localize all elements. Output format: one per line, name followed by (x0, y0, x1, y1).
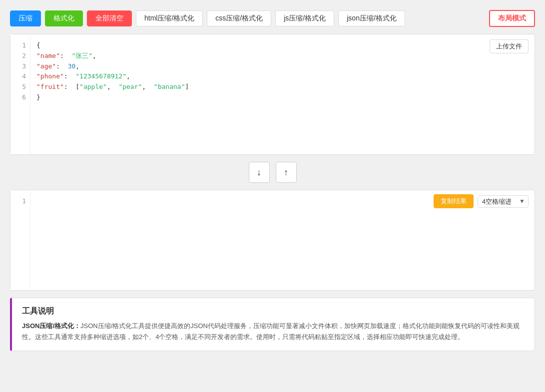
code-key: "name" (36, 52, 60, 59)
line-num: 1 (14, 40, 26, 51)
format-button[interactable]: 格式化 (45, 10, 83, 26)
html-button[interactable]: html压缩/格式化 (136, 10, 203, 26)
compress-button[interactable]: 压缩 (10, 10, 41, 26)
info-body-prefix: JSON压缩/格式化： (22, 322, 80, 330)
line-num: 6 (14, 92, 26, 103)
result-line-numbers: 1 (10, 190, 30, 290)
js-button[interactable]: js压缩/格式化 (275, 10, 334, 26)
arrow-up-button[interactable]: ↑ (276, 162, 297, 183)
code-val: 30 (68, 62, 76, 70)
input-editor-panel: 1 2 3 4 5 6 { "name": "张三", "age": 30, "… (10, 34, 535, 155)
arrow-down-icon: ↓ (257, 167, 261, 178)
line-num: 5 (14, 82, 26, 92)
upload-button[interactable]: 上传文件 (490, 39, 529, 53)
line-numbers: 1 2 3 4 5 6 (10, 34, 30, 154)
info-body: JSON压缩/格式化：JSON压缩/格式化工具提供便捷高效的JSON代码处理服务… (22, 321, 525, 343)
indent-select-wrap: 2空格缩进 4空格缩进 tab缩进 ▼ (478, 195, 529, 208)
result-panel: 复制结果 2空格缩进 4空格缩进 tab缩进 ▼ 1 (10, 190, 535, 291)
editor-inner: 1 2 3 4 5 6 { "name": "张三", "age": 30, "… (10, 34, 535, 154)
layout-button[interactable]: 布局模式 (489, 10, 535, 27)
arrow-section: ↓ ↑ (10, 155, 535, 190)
code-key: "age" (36, 62, 56, 70)
code-key: "fruit" (36, 83, 64, 90)
copy-result-button[interactable]: 复制结果 (434, 194, 474, 208)
main-container: 压缩 格式化 全部清空 html压缩/格式化 css压缩/格式化 js压缩/格式… (10, 10, 535, 351)
css-button[interactable]: css压缩/格式化 (207, 10, 271, 26)
info-section: 工具说明 JSON压缩/格式化：JSON压缩/格式化工具提供便捷高效的JSON代… (10, 298, 535, 351)
line-num: 3 (14, 61, 26, 72)
code-val: "张三" (71, 52, 92, 59)
result-line-num: 1 (14, 196, 26, 207)
code-val: "apple" (79, 83, 107, 90)
json-button[interactable]: json压缩/格式化 (338, 10, 405, 26)
info-body-text: JSON压缩/格式化工具提供便捷高效的JSON代码处理服务，压缩功能可显著减小文… (22, 322, 520, 341)
clear-button[interactable]: 全部清空 (87, 10, 132, 26)
result-toolbar: 复制结果 2空格缩进 4空格缩进 tab缩进 ▼ (434, 194, 529, 208)
code-brace-open: { (36, 41, 40, 49)
line-num: 4 (14, 71, 26, 82)
chevron-down-icon: ▼ (516, 196, 528, 207)
code-key: "phone" (36, 72, 64, 80)
toolbar: 压缩 格式化 全部清空 html压缩/格式化 css压缩/格式化 js压缩/格式… (10, 10, 535, 27)
code-val: "12345678912" (75, 72, 126, 80)
code-val: "banana" (154, 83, 185, 90)
line-num: 2 (14, 51, 26, 61)
arrow-down-button[interactable]: ↓ (249, 162, 270, 183)
info-title: 工具说明 (22, 306, 525, 317)
code-val: "pear" (118, 83, 142, 90)
arrow-up-icon: ↑ (284, 167, 288, 178)
code-editor[interactable]: { "name": "张三", "age": 30, "phone": "123… (30, 34, 535, 154)
indent-select[interactable]: 2空格缩进 4空格缩进 tab缩进 (478, 196, 516, 207)
